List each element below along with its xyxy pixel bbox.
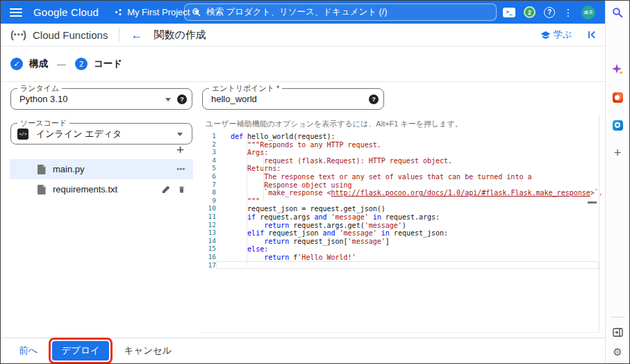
outlook-icon[interactable] [611, 119, 624, 131]
file-icon [38, 185, 46, 195]
learn-button[interactable]: 学ぶ [540, 28, 572, 41]
delete-file-icon[interactable] [177, 185, 186, 194]
source-code-select[interactable]: ソースコード </> インライン エディタ [10, 123, 192, 144]
code-line[interactable]: 9 """ [200, 197, 599, 205]
product-name[interactable]: Cloud Functions [33, 29, 108, 41]
code-lines: 1def hello_world(request):2 """Responds … [200, 132, 599, 269]
entrypoint-field[interactable]: エントリポイント * hello_world ? [202, 88, 384, 110]
code-line[interactable]: 12 return request.args.get('message') [200, 221, 599, 229]
line-number: 13 [200, 229, 216, 237]
file-more-icon[interactable]: ⋯ [176, 164, 186, 174]
file-name: requirements.txt [53, 184, 117, 195]
deploy-button[interactable]: デプロイ [52, 341, 108, 361]
notifications-badge[interactable]: 2 [524, 6, 536, 18]
add-file-button[interactable]: + [10, 143, 192, 156]
line-number: 5 [200, 164, 216, 172]
sidebar-add-icon[interactable]: + [611, 147, 624, 159]
code-line[interactable]: 8 `make_response <http://flask.pocoo.org… [200, 188, 599, 197]
page-title: 関数の作成 [154, 28, 206, 42]
avatar[interactable]: 貞夫 [581, 6, 595, 19]
line-number: 12 [200, 221, 216, 229]
code-line[interactable]: 15 else: [200, 245, 599, 253]
code-line[interactable]: 17 [200, 261, 599, 270]
search-icon [192, 8, 201, 17]
page-content: ✓ 構成 — 2 コード ランタイム Python 3.10 ? エントリポイン… [1, 47, 605, 338]
step-connector: — [57, 59, 66, 69]
file-name: main.py [53, 164, 85, 174]
main-column: Google Cloud My First Project 検索 プロダクト、リ… [1, 1, 605, 363]
step1-label[interactable]: 構成 [29, 58, 48, 70]
code-line[interactable]: 6 The response text or any set of values… [200, 172, 599, 181]
footer-bar: 前へ デプロイ キャンセル [1, 338, 605, 363]
open-sidebar-panel-icon[interactable] [611, 326, 624, 338]
back-arrow-icon[interactable]: ← [131, 29, 142, 41]
office-icon[interactable] [611, 91, 624, 104]
dropdown-caret-icon [165, 98, 171, 101]
runtime-select[interactable]: ランタイム Python 3.10 ? [10, 88, 192, 110]
settings-gear-icon[interactable]: ⚙ [611, 345, 624, 358]
project-icon [114, 8, 123, 17]
console-topbar: Google Cloud My First Project 検索 プロダクト、リ… [1, 1, 605, 24]
help-icon[interactable]: ? [544, 7, 555, 18]
step2-label[interactable]: コード [94, 58, 122, 70]
line-number: 14 [200, 237, 216, 245]
file-row-main-py[interactable]: main.py ⋯ [10, 159, 193, 179]
cloud-shell-icon[interactable]: >_ [503, 8, 515, 17]
red-annotation-highlight: デプロイ [49, 338, 112, 364]
sidebar-bottom: ⚙ [606, 317, 629, 363]
edit-file-icon[interactable] [161, 185, 170, 194]
file-icon [38, 165, 46, 174]
line-number: 11 [200, 213, 216, 221]
code-editor[interactable]: ユーザー補助機能のオプションを表示するには、Alt+F1 キーを押します。 1d… [200, 115, 599, 333]
indent-guide [263, 152, 264, 201]
runtime-help-icon[interactable]: ? [177, 94, 187, 104]
google-cloud-logo[interactable]: Google Cloud [33, 6, 99, 18]
line-number: 1 [200, 132, 216, 140]
step2-number[interactable]: 2 [75, 58, 88, 70]
line-number: 2 [200, 140, 216, 149]
line-number: 9 [200, 197, 216, 205]
line-number: 3 [200, 148, 216, 156]
code-line[interactable]: 5 Returns: [200, 164, 599, 172]
line-number: 10 [200, 204, 216, 213]
browser-sidebar: + ⚙ [605, 1, 629, 363]
scrollbar-marker[interactable] [588, 201, 597, 204]
code-line[interactable]: 2 """Responds to any HTTP request. [200, 140, 599, 149]
entrypoint-value: hello_world [211, 89, 257, 109]
code-line[interactable]: 14 return request_json['message'] [200, 237, 599, 245]
line-number: 4 [200, 156, 216, 165]
code-line[interactable]: 11 if request.args and 'message' in requ… [200, 213, 599, 221]
cancel-button[interactable]: キャンセル [124, 345, 172, 357]
file-row-requirements-txt[interactable]: requirements.txt [10, 179, 193, 199]
file-list: main.py ⋯ requirements.txt [10, 159, 193, 199]
project-name: My First Project [127, 7, 190, 17]
indent-guide [247, 136, 247, 265]
collapse-panel-icon[interactable] [587, 30, 597, 40]
line-number: 15 [200, 245, 216, 253]
code-line[interactable]: 1def hello_world(request): [200, 132, 599, 140]
product-header: (⋯) Cloud Functions ← 関数の作成 学ぶ [1, 24, 605, 47]
hamburger-menu-icon[interactable] [10, 8, 22, 17]
cloud-functions-logo-icon: (⋯) [10, 28, 26, 41]
entrypoint-help-icon[interactable]: ? [369, 94, 379, 104]
back-button[interactable]: 前へ [13, 342, 43, 360]
more-options-icon[interactable]: ⋮ [563, 8, 573, 17]
header-actions: 学ぶ [540, 28, 597, 41]
code-line[interactable]: 4 request (flask.Request): HTTP request … [200, 156, 599, 165]
code-line[interactable]: 10 request_json = request.get_json() [200, 204, 599, 213]
line-number: 8 [200, 188, 216, 197]
search-input[interactable]: 検索 プロダクト、リソース、ドキュメント (/) [184, 3, 497, 21]
stepper: ✓ 構成 — 2 コード [1, 47, 605, 82]
copilot-icon[interactable] [611, 63, 624, 76]
code-editor-icon: </> [17, 129, 28, 140]
code-line[interactable]: 3 Args: [200, 148, 599, 156]
line-number: 17 [200, 261, 216, 270]
code-line[interactable]: 13 elif request_json and 'message' in re… [200, 229, 599, 237]
google-cloud-console-window: Google Cloud My First Project 検索 プロダクト、リ… [0, 0, 630, 364]
divider [611, 317, 624, 317]
code-line[interactable]: 16 return f'Hello World!' [200, 253, 599, 261]
line-number: 6 [200, 172, 216, 181]
sidebar-search-icon[interactable] [611, 6, 624, 19]
code-line[interactable]: 7 Response object using [200, 181, 599, 189]
step1-check-icon[interactable]: ✓ [10, 58, 23, 70]
